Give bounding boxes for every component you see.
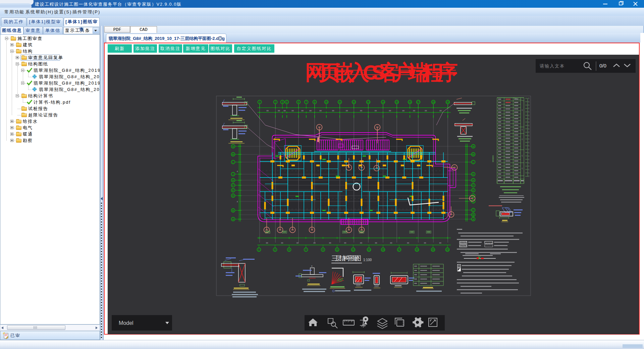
svg-text:7: 7 (305, 249, 307, 251)
svg-text:H: H (472, 179, 474, 182)
svg-text:8: 8 (237, 201, 238, 203)
svg-text:3: 3 (282, 101, 283, 103)
svg-text:11: 11 (338, 101, 341, 103)
svg-text:17: 17 (398, 249, 400, 251)
svg-text:C: C (528, 162, 530, 164)
svg-text:B: B (232, 209, 234, 212)
svg-text:88: 88 (297, 242, 299, 244)
svg-text:88: 88 (361, 166, 363, 168)
svg-text:5: 5 (288, 249, 290, 251)
svg-text:E: E (232, 189, 234, 192)
svg-text:16: 16 (409, 101, 411, 103)
svg-text:11: 11 (336, 249, 338, 251)
svg-text:C: C (528, 152, 530, 154)
svg-text:88: 88 (375, 110, 377, 112)
svg-text:F: F (232, 184, 234, 187)
svg-text:C: C (522, 138, 523, 140)
svg-text:88: 88 (313, 242, 316, 244)
svg-text:C: C (528, 165, 530, 167)
svg-text:L: L (232, 161, 234, 163)
svg-text:1: 1 (258, 249, 260, 251)
svg-text:88: 88 (266, 110, 269, 112)
svg-text:C: C (528, 131, 530, 133)
svg-text:C: C (528, 97, 530, 99)
svg-text:88: 88 (407, 242, 409, 244)
svg-text:C: C (522, 129, 523, 131)
svg-text:12: 12 (352, 249, 355, 251)
svg-text:请输入文本: 请输入文本 (540, 63, 565, 68)
svg-text:88: 88 (439, 110, 442, 112)
svg-text:C: C (528, 175, 530, 177)
svg-text:88: 88 (309, 110, 312, 112)
svg-text:88: 88 (439, 242, 441, 244)
svg-text:C: C (528, 104, 530, 106)
svg-text:0/0: 0/0 (599, 63, 606, 68)
svg-text:C: C (528, 168, 530, 170)
svg-text:C: C (528, 138, 530, 140)
svg-text:J: J (232, 173, 234, 176)
svg-text:19: 19 (416, 249, 418, 251)
svg-text:M: M (472, 153, 474, 156)
svg-text:x: x (486, 242, 487, 244)
svg-text:88: 88 (360, 242, 362, 244)
svg-text:88: 88 (266, 242, 268, 244)
svg-text:88: 88 (301, 110, 304, 112)
svg-text:N: N (472, 145, 474, 148)
svg-text:C: C (528, 118, 530, 120)
svg-text:x: x (488, 242, 489, 244)
svg-text:2: 2 (275, 101, 276, 103)
svg-text:8: 8 (237, 170, 238, 172)
svg-text:88: 88 (389, 110, 391, 112)
svg-text:88: 88 (278, 110, 280, 112)
svg-text:L: L (473, 161, 474, 163)
svg-text:D: D (232, 195, 234, 197)
svg-text:C: C (528, 121, 530, 123)
svg-text:8: 8 (314, 101, 315, 103)
svg-text:网页嵌入CS客户端程序: 网页嵌入CS客户端程序 (305, 61, 458, 84)
svg-text:17: 17 (417, 101, 420, 103)
svg-text:88: 88 (471, 197, 474, 199)
svg-text:88: 88 (360, 110, 362, 112)
svg-text:Model: Model (119, 320, 133, 326)
svg-text:x: x (489, 242, 490, 244)
svg-text:88: 88 (283, 110, 286, 112)
svg-text:88: 88 (453, 166, 456, 168)
svg-text:88: 88 (291, 110, 294, 112)
svg-text:C: C (472, 209, 474, 211)
svg-text:1: 1 (259, 101, 260, 103)
svg-text:88: 88 (329, 242, 331, 244)
svg-text:C: C (528, 158, 530, 160)
svg-text:C: C (522, 155, 523, 157)
svg-text:88: 88 (413, 110, 415, 112)
svg-text:9: 9 (322, 249, 324, 251)
svg-text:88: 88 (390, 242, 392, 244)
svg-text:F: F (473, 184, 474, 187)
svg-text:88: 88 (375, 242, 377, 244)
svg-text:88: 88 (279, 229, 281, 231)
svg-text:14: 14 (382, 101, 384, 103)
svg-text:N: N (232, 145, 234, 148)
svg-text:C: C (528, 124, 530, 127)
svg-text:88: 88 (348, 229, 350, 231)
svg-text:88: 88 (348, 166, 350, 168)
svg-text:88: 88 (424, 242, 426, 244)
svg-text:C: C (528, 114, 530, 116)
svg-text:G22: G22 (374, 285, 379, 287)
svg-text:x: x (491, 242, 492, 244)
svg-text:88: 88 (402, 110, 405, 112)
svg-text:C: C (528, 111, 530, 113)
svg-text:三层结构平面图: 三层结构平面图 (331, 255, 362, 262)
svg-text:C: C (528, 107, 530, 109)
svg-text:88: 88 (450, 213, 452, 215)
svg-text:C: C (528, 141, 530, 143)
svg-text:6: 6 (298, 101, 299, 103)
svg-text:G21: G21 (356, 284, 361, 287)
svg-text:23: 23 (446, 249, 449, 251)
svg-text:C: C (522, 109, 523, 111)
svg-text:C: C (528, 101, 530, 103)
svg-text:88: 88 (346, 110, 348, 112)
svg-text:88: 88 (425, 110, 427, 112)
svg-text:C: C (528, 172, 530, 174)
svg-text:888888: 888888 (492, 155, 494, 162)
svg-text:C: C (522, 167, 523, 169)
